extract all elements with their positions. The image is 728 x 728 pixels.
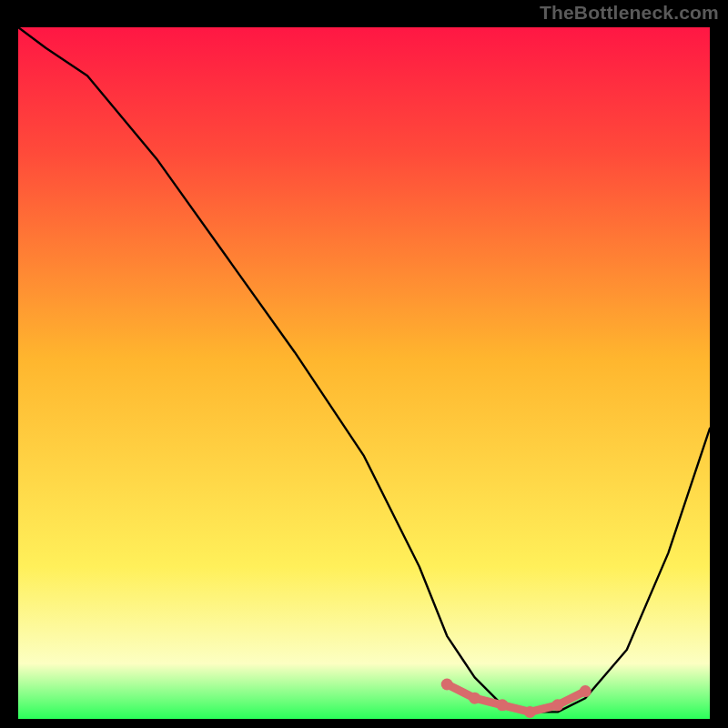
optimal-point: [469, 693, 480, 704]
optimal-point: [551, 699, 563, 711]
chart-svg: [18, 27, 710, 719]
plot-area: [18, 27, 710, 719]
optimal-point: [580, 685, 592, 697]
watermark-text: TheBottleneck.com: [540, 2, 719, 24]
chart-frame: TheBottleneck.com: [0, 0, 728, 728]
heat-gradient: [18, 27, 710, 719]
optimal-point: [497, 699, 509, 711]
optimal-point: [524, 706, 536, 718]
optimal-point: [441, 679, 453, 691]
